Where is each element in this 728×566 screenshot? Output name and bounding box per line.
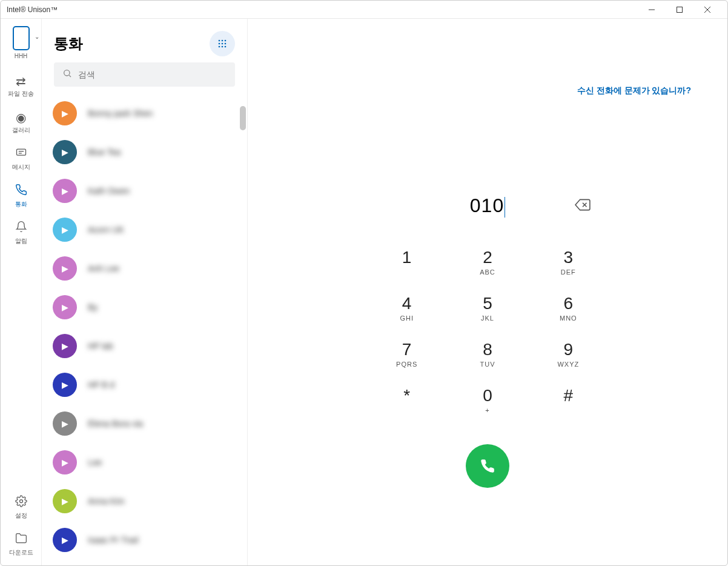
avatar: ▶ <box>53 218 77 242</box>
backspace-button[interactable] <box>575 197 591 215</box>
contact-row[interactable]: ▶Anh Lee <box>42 249 247 288</box>
maximize-button[interactable] <box>666 1 693 19</box>
key-digit: 6 <box>547 294 589 313</box>
close-button[interactable] <box>693 1 721 19</box>
contact-row[interactable]: ▶Anna Kim <box>42 482 247 521</box>
search-box[interactable] <box>54 62 235 87</box>
search-icon <box>62 68 72 81</box>
contact-row[interactable]: ▶Lee <box>42 443 247 482</box>
call-button[interactable] <box>466 444 509 488</box>
keypad-key-2[interactable]: 2ABC <box>466 248 509 276</box>
sidebar-item-messages[interactable]: 메시지 <box>3 143 39 175</box>
avatar: ▶ <box>53 256 77 281</box>
contact-row[interactable]: ▶Blue Tea <box>42 133 247 171</box>
sidebar-item-gallery[interactable]: ◉ 갤러리 <box>3 107 39 138</box>
keypad-key-9[interactable]: 9WXYZ <box>547 340 589 368</box>
bell-icon <box>15 221 27 236</box>
folder-icon <box>15 532 27 547</box>
contact-name: Bonny park Shen <box>88 108 153 118</box>
dialed-number: 010 <box>470 195 505 218</box>
keypad-key-8[interactable]: 8TUV <box>466 340 509 368</box>
key-letters: MNO <box>547 315 589 322</box>
scrollbar-thumb[interactable] <box>240 106 246 130</box>
transfer-icon: ⇄ <box>16 74 26 88</box>
titlebar: Intel® Unison™ <box>1 1 727 19</box>
key-digit: 9 <box>547 340 589 359</box>
keypad-key-*[interactable]: * <box>386 386 428 414</box>
contact-name: Lee <box>88 458 102 467</box>
svg-rect-4 <box>16 149 25 155</box>
contact-name: Isaac Pr Trad <box>88 535 138 545</box>
key-digit: 2 <box>466 248 509 267</box>
sidebar-item-downloads[interactable]: 다운로드 <box>3 528 39 561</box>
phone-icon <box>480 458 495 474</box>
avatar: ▶ <box>53 489 77 513</box>
contact-name: Anna Kim <box>88 496 125 506</box>
sidebar-nav: ⌄ HHH ⇄ 파일 전송 ◉ 갤러리 메시지 통화 알림 <box>1 19 42 565</box>
contact-name: HP lab <box>88 341 113 351</box>
contact-row[interactable]: ▶Isaac Pr Trad <box>42 521 247 559</box>
help-link[interactable]: 수신 전화에 문제가 있습니까? <box>577 85 691 96</box>
keypad-key-5[interactable]: 5JKL <box>466 294 509 322</box>
svg-rect-1 <box>677 7 683 12</box>
contact-row[interactable]: ▶HP B d <box>42 365 247 404</box>
sidebar-item-label: 알림 <box>15 237 27 245</box>
keypad-key-0[interactable]: 0+ <box>466 386 509 414</box>
key-letters: WXYZ <box>547 361 589 368</box>
avatar: ▶ <box>53 140 77 164</box>
avatar: ▶ <box>53 373 77 397</box>
svg-line-16 <box>69 75 71 77</box>
sidebar-item-settings[interactable]: 설정 <box>3 491 39 524</box>
scrollbar[interactable] <box>240 94 246 565</box>
keypad-key-7[interactable]: 7PQRS <box>386 340 428 368</box>
avatar: ▶ <box>53 295 77 319</box>
avatar: ▶ <box>53 179 77 203</box>
contact-row[interactable]: ▶By <box>42 288 247 327</box>
page-title: 통화 <box>54 34 83 53</box>
contact-row[interactable]: ▶HP lab <box>42 327 247 365</box>
sidebar-item-label: 갤러리 <box>12 126 30 135</box>
dialer: 010 12ABC3DEF4GHI5JKL6MNO7PQRS8TUV9WXYZ*… <box>379 195 597 488</box>
sidebar-item-calls[interactable]: 통화 <box>3 180 39 212</box>
key-letters: GHI <box>386 315 428 322</box>
device-label: HHH <box>15 53 28 59</box>
keypad-key-3[interactable]: 3DEF <box>547 248 589 276</box>
sidebar-item-label: 설정 <box>15 511 27 520</box>
sidebar-item-label: 파일 전송 <box>8 90 34 98</box>
keypad-key-#[interactable]: # <box>547 386 589 414</box>
contact-row[interactable]: ▶Acorn UK <box>42 210 247 249</box>
dialpad-icon <box>216 38 228 50</box>
contact-row[interactable]: ▶Bonny park Shen <box>42 94 247 133</box>
contact-name: Acorn UK <box>88 225 124 235</box>
contacts-panel: 통화 ▶Bonny park Shen▶Blue Tea▶Kath Owen▶A… <box>42 19 248 565</box>
contact-name: Elena Bora via <box>88 419 143 428</box>
device-selector[interactable]: ⌄ <box>13 26 30 53</box>
svg-point-13 <box>222 46 223 48</box>
contact-name: Anh Lee <box>88 264 119 273</box>
avatar: ▶ <box>53 334 77 358</box>
contact-row[interactable]: ▶Elena Bora via <box>42 404 247 443</box>
sidebar-item-notifications[interactable]: 알림 <box>3 217 39 249</box>
key-digit: # <box>547 386 589 405</box>
keypad-key-1[interactable]: 1 <box>386 248 428 276</box>
keypad-key-6[interactable]: 6MNO <box>547 294 589 322</box>
sidebar-item-label: 통화 <box>15 200 27 208</box>
key-letters: PQRS <box>386 361 428 368</box>
svg-point-6 <box>219 40 220 42</box>
search-input[interactable] <box>78 70 227 79</box>
contacts-list[interactable]: ▶Bonny park Shen▶Blue Tea▶Kath Owen▶Acor… <box>42 94 247 565</box>
sidebar-item-file-transfer[interactable]: ⇄ 파일 전송 <box>3 70 39 102</box>
key-digit: 5 <box>466 294 509 313</box>
keypad-key-4[interactable]: 4GHI <box>386 294 428 322</box>
contact-row[interactable]: ▶Kath Owen <box>42 171 247 210</box>
svg-point-9 <box>219 43 220 45</box>
window-title: Intel® Unison™ <box>7 5 58 14</box>
contact-name: Blue Tea <box>88 147 121 157</box>
window-controls <box>638 1 721 19</box>
svg-point-8 <box>225 40 227 42</box>
dialpad-toggle-button[interactable] <box>210 31 235 56</box>
svg-point-10 <box>222 43 223 45</box>
minimize-button[interactable] <box>638 1 666 19</box>
key-letters: + <box>466 407 509 414</box>
contact-name: Kath Owen <box>88 186 130 196</box>
